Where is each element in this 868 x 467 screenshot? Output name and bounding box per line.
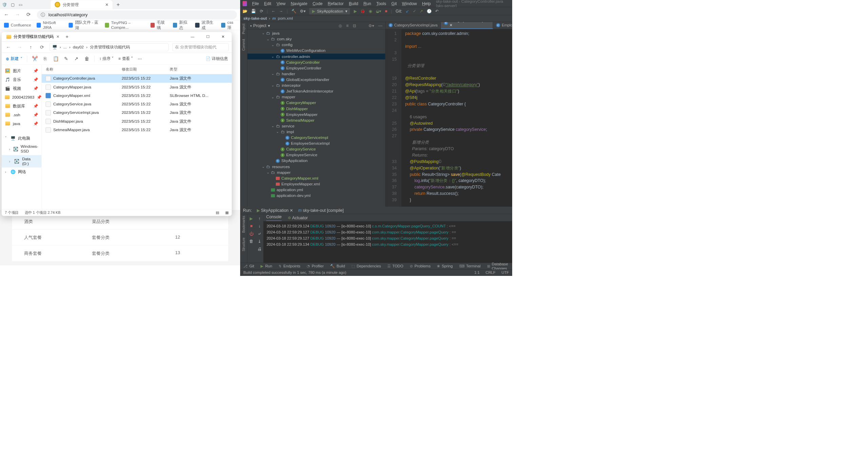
paste-icon[interactable]: 📋 (53, 56, 59, 62)
tree-item[interactable]: C EmployeeController (247, 65, 385, 71)
save-icon[interactable]: 💾 (251, 9, 256, 14)
share-icon[interactable]: ↗ (74, 56, 79, 62)
tree-item[interactable]: ⌄🗀 com.sky (247, 36, 385, 42)
tree-item[interactable]: ⌄🗀 resources (247, 164, 385, 169)
bookmark-item[interactable]: 波浪生成 (195, 20, 216, 31)
redo-icon[interactable]: → (279, 9, 283, 14)
new-button[interactable]: ⊕ 新建 ˅ (6, 56, 22, 61)
bookmark-item[interactable]: Confluence (4, 23, 31, 27)
editor-tab[interactable]: CCategoryServiceImpl.java (385, 22, 441, 29)
sidebar-item[interactable]: 2000422983📌 (2, 93, 41, 102)
sort-dropdown[interactable]: ↕ 排序 ˅ (99, 56, 114, 61)
close-button[interactable]: ✕ (216, 32, 230, 41)
up-icon[interactable]: ↑ (258, 216, 261, 221)
structure-tool-button[interactable]: Structure (242, 238, 246, 251)
file-row[interactable]: CategoryMapper.java 2023/5/15 15:22 Java… (42, 83, 232, 91)
file-row[interactable]: CategoryMapper.xml 2023/5/15 15:22 SLBro… (42, 92, 232, 100)
menu-item[interactable]: Refactor (328, 1, 344, 6)
tool-button[interactable]: ▶Run (261, 264, 272, 269)
coverage-button[interactable]: ◉ (369, 9, 372, 14)
hammer-icon[interactable]: 🔨 (291, 9, 296, 14)
print-icon[interactable]: 🖨 (257, 246, 262, 251)
search-input[interactable]: 在 分类管理模块功能代 (173, 43, 229, 51)
url-text[interactable]: localhost/#/category (49, 12, 88, 17)
tree-item[interactable]: I CategoryMapper (247, 100, 385, 106)
collapse-icon[interactable]: ⊟ (353, 23, 356, 28)
tree-item[interactable]: ⌄🗀 java (247, 31, 385, 36)
code-editor[interactable]: package package com.sky.controller.admin… (402, 29, 512, 207)
git-update-icon[interactable]: ↙ (406, 9, 409, 14)
browser-tab[interactable]: 分类管理 ✕ (51, 0, 112, 9)
menu-item[interactable]: Help (422, 1, 430, 6)
nav-back-button[interactable]: ← (5, 43, 12, 50)
open-icon[interactable]: 📂 (243, 9, 248, 14)
tree-item[interactable]: CategoryMapper.xml (247, 175, 385, 181)
tree-item[interactable]: ⌄🗀 config (247, 42, 385, 48)
bookmark-item[interactable]: TinyPNG – Compre... (105, 20, 145, 29)
actuator-tab[interactable]: ✲ Actuator (288, 215, 308, 220)
menu-item[interactable]: View (276, 1, 286, 6)
tree-item[interactable]: C WebMvcConfiguration (247, 48, 385, 54)
menu-item[interactable]: Window (402, 1, 417, 6)
bookmark-item[interactable]: NHSoft JIRA (37, 20, 63, 29)
undo-icon[interactable]: ← (271, 9, 275, 14)
run-config-dropdown[interactable]: ▶ SkyApplication ▾ (309, 8, 350, 14)
console-tab[interactable]: Console (266, 215, 282, 221)
tree-item[interactable]: ⌄🗀 handler (247, 71, 385, 77)
tool-button[interactable]: ⌨Terminal (459, 264, 481, 269)
menu-item[interactable]: Navigate (291, 1, 307, 6)
tool-button[interactable]: ❀Spring (437, 264, 453, 269)
menu-item[interactable]: Tools (376, 1, 386, 6)
explorer-tab[interactable]: 分类管理模块功能代码 ✕ (3, 33, 61, 41)
target-icon[interactable]: ◎ (339, 23, 342, 28)
menu-item[interactable]: File (252, 1, 259, 6)
stop-button[interactable]: ■ (385, 9, 387, 14)
tree-item[interactable]: ⌄🗀 controller.admin (247, 54, 385, 59)
run-tab-compile[interactable]: m sky-take-out [compile] (298, 208, 344, 213)
hide-icon[interactable]: — (378, 23, 382, 28)
new-tab-button[interactable]: + (116, 1, 120, 8)
tree-item[interactable]: ⌄🗀 interceptor (247, 83, 385, 88)
git-push-icon[interactable]: ↗ (420, 9, 423, 14)
tool-button[interactable]: ◔Profiler (307, 264, 324, 269)
cut-icon[interactable]: ✂️ (32, 56, 38, 62)
tree-item[interactable]: C JwtTokenAdminInterceptor (247, 88, 385, 94)
tree-item[interactable]: ⌄🗀 service (247, 123, 385, 129)
project-header[interactable]: ▪ Project ▾ (250, 23, 270, 28)
sidebar-item[interactable]: 🎵音乐📌 (2, 75, 41, 84)
col-name[interactable]: 名称 (46, 67, 122, 72)
minimize-button[interactable]: — (185, 32, 199, 41)
tree-item[interactable]: ⌄🗀 mapper (247, 169, 385, 175)
expand-icon[interactable]: ≡ (346, 23, 349, 28)
view-grid-icon[interactable]: ▦ (225, 210, 229, 215)
git-commit-icon[interactable]: ✓ (413, 9, 416, 14)
commit-tool-button[interactable]: Commit (242, 39, 246, 51)
sidebar-item[interactable]: ›💽Data (D:) (2, 155, 41, 168)
file-row[interactable]: CategoryService.java 2023/5/15 15:22 Jav… (42, 100, 232, 108)
nav-forward-button[interactable]: → (16, 43, 23, 50)
tab-close-icon[interactable]: ✕ (105, 2, 109, 7)
tool-button[interactable]: ⎇Git (243, 264, 254, 269)
nav-refresh-button[interactable]: ⟳ (38, 43, 45, 50)
view-dropdown[interactable]: ≡ 查看 ˅ (118, 56, 133, 61)
delete-icon[interactable]: 🗑 (84, 56, 90, 62)
project-tool-button[interactable]: Project (242, 24, 246, 34)
down-icon[interactable]: ↓ (258, 224, 261, 228)
tree-item[interactable]: I SetmealMapper (247, 117, 385, 123)
settings-icon[interactable]: ⚙︎▾ (368, 23, 374, 28)
path-bar[interactable]: 🖥️ › ... › day02 › 分类管理模块功能代码 (50, 43, 168, 51)
maximize-button[interactable]: ☐ (200, 32, 215, 41)
rerun-icon[interactable]: ▶ (250, 216, 253, 221)
breadcrumb-item[interactable]: pom.xml (278, 16, 293, 21)
tree-item[interactable]: ⌄🗀 mapper (247, 94, 385, 100)
bookmark-item[interactable]: 团队文件 - 蓝湖 (69, 20, 99, 31)
tool-button[interactable]: ↯Endpoints (278, 264, 300, 269)
wrap-icon[interactable]: ⤶ (258, 231, 262, 236)
tree-item[interactable]: I CategoryService (247, 146, 385, 152)
bookmark-item[interactable]: css渐 (221, 20, 236, 30)
forward-button[interactable]: → (14, 12, 21, 18)
tree-item[interactable]: C CategoryController (247, 59, 385, 65)
file-row[interactable]: SetmealMapper.java 2023/5/15 15:22 Java … (42, 126, 232, 134)
view-list-icon[interactable]: ▤ (216, 210, 219, 215)
editor-tab[interactable]: CEmployee (493, 22, 512, 29)
